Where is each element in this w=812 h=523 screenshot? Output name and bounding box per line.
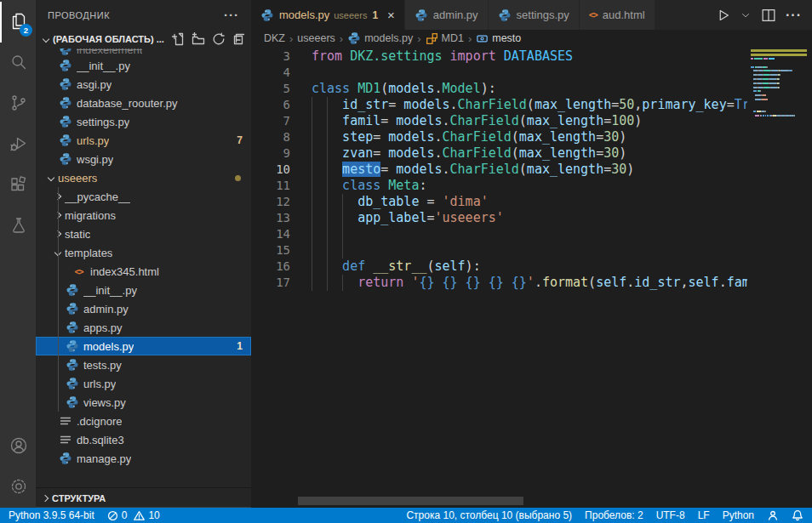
outline-section-header[interactable]: СТРУКТУРА (36, 487, 251, 508)
chevron-right-icon: › (468, 32, 472, 45)
tree-item-useeers[interactable]: useeers (36, 168, 251, 187)
tree-item-tests-py[interactable]: tests.py (36, 355, 251, 374)
refresh-icon[interactable] (212, 32, 226, 46)
code-editor[interactable]: 3from DKZ.settings import DATABASES45cla… (251, 47, 812, 508)
token: = (373, 145, 388, 161)
tree-item-models-py[interactable]: models.py1 (36, 337, 251, 355)
chevron-down-icon[interactable] (740, 9, 752, 21)
activity-search[interactable] (0, 43, 36, 83)
python-icon (415, 9, 428, 22)
activity-run-debug[interactable] (0, 124, 36, 165)
tab-models-py[interactable]: models.pyuseeers1× (251, 0, 405, 30)
status-encoding[interactable]: UTF-8 (656, 509, 685, 521)
activity-settings[interactable] (0, 467, 36, 508)
tree-item-asgi-py[interactable]: asgi.py (36, 75, 251, 94)
activity-testing[interactable] (0, 206, 36, 247)
indent-guide (327, 194, 328, 210)
tree-item-init-py[interactable]: __init__.py (36, 281, 251, 299)
account-icon (9, 435, 29, 458)
tree-item-templates[interactable]: templates (36, 243, 251, 262)
tab-aud-html[interactable]: <>aud.html (580, 0, 655, 30)
tree-item-db-sqlite3[interactable]: db.sqlite3 (36, 430, 251, 449)
tree-item-database-roouter-py[interactable]: database_roouter.py (36, 94, 251, 112)
breadcrumb-item-mesto[interactable]: mesto (476, 32, 521, 45)
status-eol[interactable]: LF (698, 509, 710, 521)
tree-item-label: wsgi.py (77, 153, 113, 166)
tree-item-indexelement[interactable]: indexelement (36, 48, 251, 56)
token: class (312, 81, 350, 96)
breadcrumb-item-md1[interactable]: MD1 (426, 32, 464, 45)
tree-item-label: asgi.py (77, 78, 112, 91)
tab-admin-py[interactable]: admin.py (405, 0, 489, 30)
token: ( (519, 113, 527, 128)
token: ( (519, 162, 527, 177)
indent-guide (327, 275, 328, 291)
line-number: 10 (251, 162, 290, 178)
tree-item-apps-py[interactable]: apps.py (36, 318, 251, 337)
horizontal-scrollbar[interactable] (298, 497, 523, 505)
breadcrumb-item-dkz[interactable]: DKZ (264, 32, 285, 44)
line-text: db_table = 'dima' (312, 194, 489, 210)
status-feedback[interactable] (767, 509, 779, 521)
tree-item-index345-html[interactable]: <>index345.html (36, 262, 251, 281)
tree-item-urls-py[interactable]: urls.py7 (36, 131, 251, 150)
split-editor-icon[interactable] (759, 6, 778, 25)
status-language-mode[interactable]: Python (723, 509, 754, 521)
indent-guide (312, 210, 312, 226)
status-problems[interactable]: 010 (107, 509, 160, 521)
run-icon[interactable] (713, 6, 732, 25)
tree-item-urls-py[interactable]: urls.py (36, 374, 251, 393)
tree-item-views-py[interactable]: views.py (36, 393, 251, 412)
tree-item-static[interactable]: static (36, 225, 251, 243)
breadcrumb-item-models-py[interactable]: models.py (347, 31, 413, 45)
token: = (727, 97, 735, 112)
tab-settings-py[interactable]: settings.py (489, 0, 580, 30)
minimap[interactable] (751, 49, 807, 119)
tab-description: useeers (334, 10, 367, 20)
token: 100 (611, 113, 634, 128)
status-cursor-position[interactable]: Строка 10, столбец 10 (выбрано 5) (406, 509, 572, 521)
tree-item-wsgi-py[interactable]: wsgi.py (36, 150, 251, 168)
chevron-down-icon (44, 175, 58, 180)
indent-guide (327, 259, 328, 275)
tree-item-pycache[interactable]: __pycache__ (36, 187, 251, 206)
vscode-window: 2 ПРОВОДНИК ··· (РАБОЧАЯ ОБЛАСТЬ) ... in… (0, 0, 812, 523)
more-actions-icon[interactable]: ··· (224, 8, 239, 22)
token: models (388, 81, 434, 96)
indent-guide (342, 226, 343, 242)
token: 'dima' (443, 194, 489, 209)
line-number: 13 (251, 210, 290, 226)
tree-item-manage-py[interactable]: manage.py (36, 449, 251, 468)
tree-item-init-py[interactable]: __init__.py (36, 56, 251, 75)
status-interpreter[interactable]: Python 3.9.5 64-bit (9, 509, 94, 521)
token: ( (512, 129, 519, 145)
activity-extensions[interactable] (0, 165, 36, 206)
tree-item-dcignore[interactable]: .dcignore (36, 412, 251, 430)
status-notifications[interactable] (792, 509, 803, 521)
token: ) (619, 129, 626, 145)
token (443, 48, 450, 64)
close-icon[interactable]: × (387, 9, 395, 21)
indent-guide (312, 145, 312, 162)
breadcrumb-item-useeers[interactable]: useeers (297, 32, 335, 44)
token: ' (527, 275, 535, 290)
indent-guide (342, 242, 343, 259)
more-icon[interactable]: ··· (786, 8, 802, 23)
extensions-icon (9, 174, 29, 197)
code-line-8: 8step= models.CharField(max_length=30) (251, 129, 747, 145)
activity-explorer[interactable]: 2 (0, 2, 36, 43)
tree-item-migrations[interactable]: migrations (36, 206, 251, 225)
activity-accounts[interactable] (0, 426, 36, 467)
tree-item-admin-py[interactable]: admin.py (36, 299, 251, 318)
tree-item-settings-py[interactable]: settings.py (36, 112, 251, 131)
workspace-section-header[interactable]: (РАБОЧАЯ ОБЛАСТЬ) ... (36, 30, 251, 48)
status-indentation[interactable]: Пробелов: 2 (585, 509, 643, 521)
token: = (611, 97, 619, 112)
activity-source-control[interactable] (0, 83, 36, 124)
new-file-icon[interactable] (171, 32, 185, 46)
new-folder-icon[interactable] (192, 32, 205, 46)
token: def (342, 259, 365, 274)
token: max_length (527, 113, 603, 128)
collapse-all-icon[interactable] (232, 32, 246, 46)
status-bar: Python 3.9.5 64-bit010 Строка 10, столбе… (0, 508, 812, 523)
